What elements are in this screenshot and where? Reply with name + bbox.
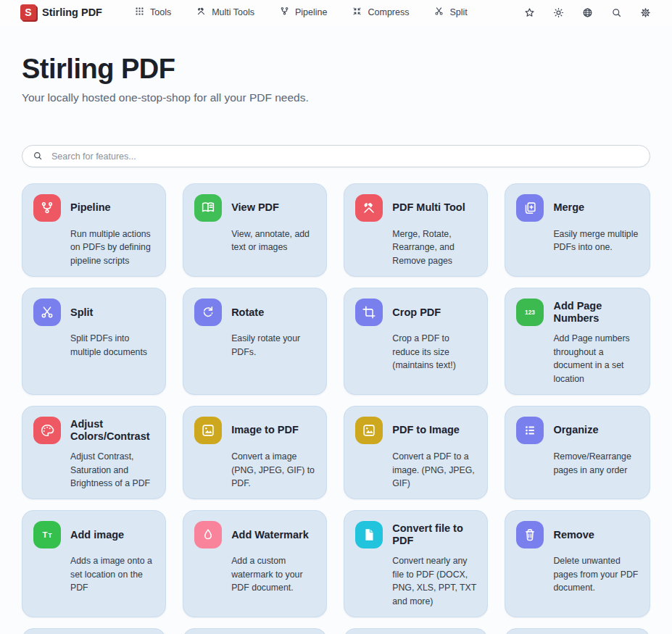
compress-arrows-icon	[352, 6, 362, 19]
nav-label: Tools	[150, 7, 171, 17]
card-pdf-to-image[interactable]: PDF to Image Convert a PDF to a image. (…	[344, 406, 488, 499]
card-title: Crop PDF	[392, 306, 441, 319]
card-description: Easily rotate your PDFs.	[231, 332, 315, 359]
page-title: Stirling PDF	[22, 54, 650, 85]
svg-text:T: T	[48, 533, 51, 539]
stirling-logo-icon: S	[20, 4, 36, 20]
merge-pages-icon	[516, 194, 544, 222]
card-image-to-pdf[interactable]: Image to PDF Convert a image (PNG, JPEG,…	[183, 406, 327, 499]
card-description: Split PDFs into multiple documents	[70, 332, 154, 359]
card-description: Merge, Rotate, Rearrange, and Remove pag…	[392, 228, 476, 267]
file-icon	[355, 521, 383, 549]
card-add-watermark[interactable]: Add Watermark Add a custom watermark to …	[183, 510, 327, 617]
image-icon	[194, 417, 222, 444]
card-title: Remove	[553, 529, 594, 541]
scissors-icon	[434, 6, 444, 19]
card-description: Add a custom watermark to your PDF docum…	[231, 554, 315, 594]
card-title: PDF to Image	[392, 424, 460, 436]
nav-label: Multi Tools	[212, 7, 254, 17]
rotate-arrow-icon	[194, 299, 222, 326]
pipeline-icon	[279, 6, 290, 19]
card-description: View, annotate, add text or images	[231, 228, 315, 254]
card-add-image[interactable]: TT Add image Adds a image onto a set loc…	[22, 510, 166, 617]
crossed-tools-icon	[355, 194, 383, 222]
card-title: Organize	[553, 424, 598, 436]
card-title: Convert file to PDF	[392, 522, 476, 548]
brand-name: Stirling PDF	[42, 7, 102, 18]
card-pdf-multi-tool[interactable]: PDF Multi Tool Merge, Rotate, Rearrange,…	[344, 183, 488, 277]
trash-icon	[516, 521, 544, 549]
card-remove-password[interactable]: Remove Password Remove password protecti…	[183, 628, 327, 634]
nav-label: Compress	[368, 7, 409, 17]
feature-grid: Pipeline Run multiple actions on PDFs by…	[22, 183, 650, 634]
card-split[interactable]: Split Split PDFs into multiple documents	[22, 288, 166, 395]
nav-item-pipeline[interactable]: Pipeline	[279, 6, 327, 19]
top-navbar: S Stirling PDF Tools Multi Tools Pipelin…	[0, 0, 672, 25]
card-crop-pdf[interactable]: Crop PDF Crop a PDF to reduce its size (…	[344, 288, 488, 395]
card-title: Merge	[553, 201, 584, 214]
nav-label: Split	[449, 7, 467, 17]
card-organize[interactable]: Organize Remove/Rearrange pages in any o…	[505, 406, 650, 499]
card-compress[interactable]: Compress Compress PDFs to reduce their f…	[344, 628, 488, 634]
nav-menu: Tools Multi Tools Pipeline Compress Spli…	[134, 6, 468, 19]
card-title: Add Watermark	[231, 529, 309, 541]
hero-section: Stirling PDF Your locally hosted one-sto…	[0, 25, 672, 104]
favourite-star-icon[interactable]	[523, 6, 536, 19]
bulleted-list-icon	[516, 417, 544, 444]
card-change-metadata[interactable]: Change Metadata Change/Remove/Add metada…	[505, 628, 650, 634]
card-description: Crop a PDF to reduce its size (maintains…	[392, 332, 476, 372]
card-title: PDF Multi Tool	[392, 201, 465, 214]
card-pipeline[interactable]: Pipeline Run multiple actions on PDFs by…	[22, 183, 166, 277]
search-icon[interactable]	[610, 6, 623, 19]
nav-label: Pipeline	[295, 7, 327, 17]
card-description: Easily merge multiple PDFs into one.	[553, 228, 639, 254]
feature-search	[22, 145, 650, 167]
card-description: Remove/Rearrange pages in any order	[553, 450, 639, 477]
card-merge[interactable]: Merge Easily merge multiple PDFs into on…	[505, 183, 650, 277]
card-description: Delete unwanted pages from your PDF docu…	[553, 554, 639, 594]
card-view-pdf[interactable]: View PDF View, annotate, add text or ima…	[183, 183, 327, 277]
nav-actions	[523, 6, 652, 19]
card-title: Split	[70, 306, 93, 319]
card-description: Adjust Contrast, Saturation and Brightne…	[70, 450, 154, 490]
nav-item-compress[interactable]: Compress	[352, 6, 409, 19]
card-convert-file-to-pdf[interactable]: Convert file to PDF Convert nearly any f…	[344, 510, 488, 617]
card-adjust-colors-contrast[interactable]: Adjust Colors/Contrast Adjust Contrast, …	[22, 406, 166, 499]
card-title: Rotate	[231, 306, 264, 319]
theme-sun-icon[interactable]	[552, 6, 565, 19]
card-description: Convert nearly any file to PDF (DOCX, PN…	[392, 554, 476, 608]
card-description: Convert a image (PNG, JPEG, GIF) to PDF.	[231, 450, 315, 490]
card-title: Image to PDF	[231, 424, 299, 436]
crop-icon	[355, 299, 383, 326]
svg-text:123: 123	[526, 310, 536, 317]
grid-icon	[134, 6, 145, 19]
crossed-tools-icon	[196, 6, 207, 19]
palette-icon	[33, 417, 61, 444]
card-title: Pipeline	[70, 201, 111, 214]
search-input[interactable]	[22, 145, 650, 167]
scissors-icon	[33, 299, 61, 326]
image-icon	[355, 417, 383, 444]
water-drop-icon	[194, 521, 222, 549]
card-description: Convert a PDF to a image. (PNG, JPEG, GI…	[392, 450, 476, 490]
card-remove[interactable]: Remove Delete unwanted pages from your P…	[505, 510, 650, 617]
card-add-password[interactable]: Add Password Encrypt your PDF document w…	[22, 628, 166, 634]
card-title: Adjust Colors/Contrast	[70, 418, 154, 443]
brand[interactable]: S Stirling PDF	[20, 4, 102, 20]
nav-item-split[interactable]: Split	[434, 6, 467, 19]
card-title: Add image	[70, 529, 124, 541]
pipeline-icon	[33, 194, 61, 222]
card-add-page-numbers[interactable]: 123 Add Page Numbers Add Page numbers th…	[505, 288, 650, 395]
numbers-123-icon: 123	[516, 299, 544, 326]
card-description: Add Page numbers throughout a document i…	[553, 332, 639, 385]
nav-item-multi-tools[interactable]: Multi Tools	[196, 6, 254, 19]
settings-gear-icon[interactable]	[639, 6, 652, 19]
card-rotate[interactable]: Rotate Easily rotate your PDFs.	[183, 288, 327, 395]
language-globe-icon[interactable]	[581, 6, 594, 19]
page-subtitle: Your locally hosted one-stop-shop for al…	[22, 91, 650, 104]
search-icon	[32, 150, 43, 164]
svg-text:T: T	[43, 530, 48, 539]
card-description: Adds a image onto a set location on the …	[70, 554, 154, 594]
text-tt-icon: TT	[33, 521, 61, 549]
nav-item-tools[interactable]: Tools	[134, 6, 171, 19]
